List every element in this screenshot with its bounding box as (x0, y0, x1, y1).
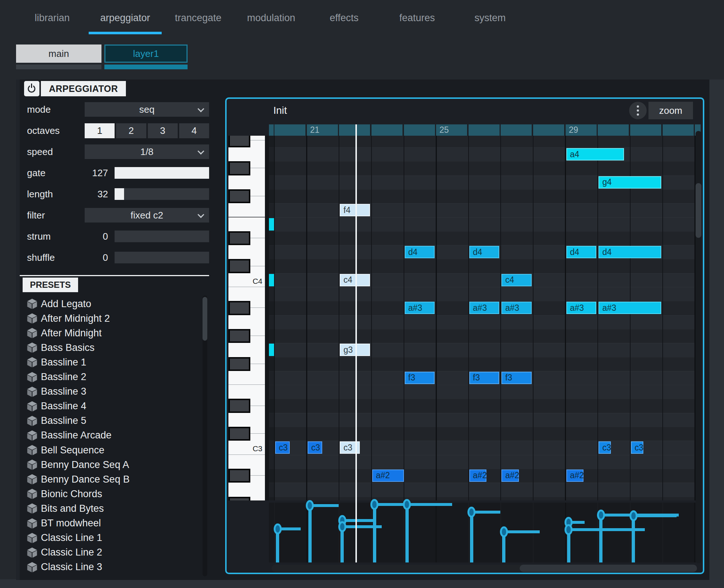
preset-item[interactable]: Classic Line 2 (20, 545, 202, 560)
gate-slider[interactable] (115, 167, 209, 179)
velocity-knob[interactable] (565, 524, 573, 535)
note-g4[interactable]: g4 (598, 176, 661, 189)
timeline-cell[interactable]: 29 (566, 124, 597, 136)
preset-item[interactable]: After Midnight 2 (20, 311, 202, 326)
vertical-scrollbar-thumb[interactable] (696, 183, 701, 238)
strum-slider[interactable] (115, 231, 209, 242)
velocity-knob[interactable] (629, 510, 638, 521)
timeline-cell[interactable] (469, 124, 500, 136)
preset-item[interactable]: Bits and Bytes (20, 501, 202, 516)
mode-dropdown[interactable]: seq (85, 102, 209, 117)
note-a#2[interactable]: a#2 (372, 469, 404, 482)
arp-power-button[interactable] (24, 81, 39, 96)
preset-item[interactable]: Benny Dance Seq B (20, 472, 202, 487)
horizontal-scrollbar-thumb[interactable] (520, 565, 697, 572)
velocity-knob[interactable] (597, 510, 605, 521)
velocity-stem[interactable] (599, 515, 602, 562)
preset-item[interactable]: Bell Sequence (20, 443, 202, 457)
timeline-cell[interactable]: 21 (307, 124, 338, 136)
velocity-stem[interactable] (632, 516, 635, 562)
velocity-stem[interactable] (308, 506, 312, 562)
black-key-a#2[interactable] (228, 469, 250, 483)
piano-keyboard[interactable]: C4C3 (228, 136, 265, 500)
timeline-cell[interactable] (404, 124, 435, 136)
preset-item[interactable]: Bassline 5 (20, 414, 202, 428)
timeline-ruler[interactable]: 212529 (269, 124, 701, 136)
timeline-cell[interactable] (630, 124, 661, 136)
preset-item[interactable]: Bassline 3 (20, 384, 202, 399)
black-key-a#3[interactable] (228, 301, 250, 315)
note-c3[interactable]: c3 (631, 441, 643, 454)
note-a#3[interactable]: a#3 (598, 302, 661, 314)
note-g3[interactable]: g3 (340, 344, 370, 356)
nav-tab-modulation[interactable]: modulation (235, 7, 308, 29)
preset-item[interactable]: Bassline 2 (20, 370, 202, 384)
note-d4[interactable]: d4 (469, 246, 500, 258)
preset-item[interactable]: Bassline 4 (20, 399, 202, 414)
note-f4[interactable]: f4 (340, 204, 370, 216)
note-d4[interactable]: d4 (405, 246, 435, 258)
preset-item[interactable]: Classic Line 3 (20, 560, 202, 575)
preset-item[interactable]: BT modwheel (20, 516, 202, 531)
preset-item[interactable]: Classic Line 1 (20, 531, 202, 545)
preset-item[interactable]: Bassline 1 (20, 355, 202, 370)
velocity-knob[interactable] (403, 499, 411, 510)
note-f3[interactable]: f3 (501, 372, 532, 384)
nav-tab-system[interactable]: system (454, 7, 527, 29)
note-a#3[interactable]: a#3 (501, 302, 532, 314)
note-d4[interactable]: d4 (598, 246, 661, 258)
timeline-cell[interactable] (533, 124, 564, 136)
tab-layer1[interactable]: layer1 (104, 45, 188, 63)
note-f3[interactable]: f3 (469, 372, 500, 384)
velocity-stem[interactable] (470, 512, 473, 562)
black-key-g#4[interactable] (228, 161, 250, 175)
note-c3[interactable]: c3 (598, 441, 611, 454)
velocity-knob[interactable] (500, 526, 508, 537)
note-f3[interactable]: f3 (405, 372, 435, 384)
note-d4[interactable]: d4 (566, 246, 597, 258)
timeline-cell[interactable] (274, 124, 305, 136)
filter-dropdown[interactable]: fixed c2 (85, 208, 209, 223)
velocity-knob[interactable] (338, 521, 346, 532)
more-options-button[interactable] (629, 102, 647, 119)
timeline-cell[interactable] (501, 124, 532, 136)
preset-item[interactable]: Add Legato (20, 297, 202, 311)
speed-dropdown[interactable]: 1/8 (85, 144, 209, 159)
note-grid[interactable]: a4g4f4d4d4d4d4c4c4a#3a#3a#3a#3a#3g3f3f3f… (269, 136, 701, 500)
preset-item[interactable]: After Midnight (20, 326, 202, 340)
tab-main[interactable]: main (16, 45, 101, 63)
velocity-knob[interactable] (370, 499, 378, 510)
octave-button-3[interactable]: 3 (148, 123, 178, 138)
note-a#3[interactable]: a#3 (566, 302, 597, 314)
timeline-cell[interactable] (339, 124, 370, 136)
note-c4[interactable]: c4 (340, 274, 370, 286)
preset-scrollbar-thumb[interactable] (203, 297, 207, 341)
black-key-d#3[interactable] (228, 399, 250, 413)
black-key-g#3[interactable] (228, 329, 250, 343)
timeline-cell[interactable] (663, 124, 694, 136)
preset-item[interactable]: Bass Basics (20, 340, 202, 355)
black-key-g#2[interactable] (228, 497, 250, 501)
timeline-cell[interactable] (269, 124, 274, 136)
note-c3[interactable]: c3 (308, 441, 322, 454)
nav-tab-librarian[interactable]: librarian (16, 7, 89, 29)
black-key-c#4[interactable] (228, 259, 250, 273)
black-key-c#3[interactable] (228, 427, 250, 441)
black-key-f#4[interactable] (228, 189, 250, 203)
note-a#3[interactable]: a#3 (405, 302, 435, 314)
nav-tab-features[interactable]: features (381, 7, 454, 29)
preset-item[interactable]: Bassline Arcade (20, 428, 202, 443)
velocity-stem[interactable] (405, 504, 409, 562)
octave-button-4[interactable]: 4 (179, 123, 209, 138)
shuffle-slider[interactable] (115, 252, 209, 263)
nav-tab-effects[interactable]: effects (308, 7, 381, 29)
velocity-stem[interactable] (373, 504, 376, 562)
velocity-knob[interactable] (467, 507, 475, 518)
note-c4[interactable]: c4 (501, 274, 532, 286)
note-a#2[interactable]: a#2 (501, 469, 519, 482)
preset-item[interactable]: Benny Dance Seq A (20, 457, 202, 472)
octave-button-2[interactable]: 2 (116, 123, 146, 138)
velocity-knob[interactable] (306, 500, 314, 511)
velocity-knob[interactable] (274, 523, 282, 534)
note-c3[interactable]: c3 (275, 441, 290, 454)
